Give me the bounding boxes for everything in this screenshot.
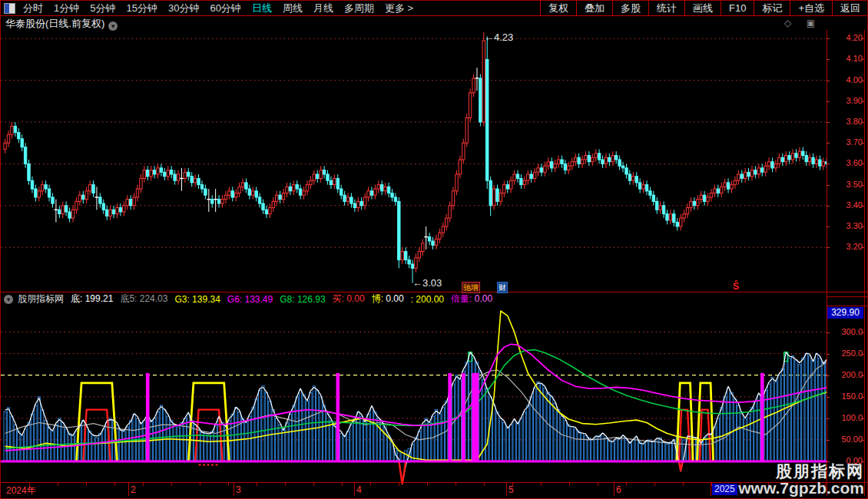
svg-text:←3.03: ←3.03 [412, 277, 442, 289]
indicator-axis-label: 150.0 [830, 392, 863, 401]
indicator-header: ▾ 股朋指标网 底: 199.21底5: 224.03G3: 139.34G6:… [1, 292, 827, 306]
indicator-value-G3: G3: 139.34 [174, 294, 220, 305]
indicator-last-value-badge: 329.90 [827, 307, 863, 319]
tool-item-复权[interactable]: 复权 [540, 1, 576, 15]
axis-border-left [827, 30, 827, 496]
tool-item-F10[interactable]: F10 [721, 1, 754, 15]
indicator-axis-label: 300.0 [830, 327, 863, 336]
indicator-value-G8: G8: 126.93 [280, 294, 325, 305]
price-axis-label: 3.20 [830, 242, 863, 251]
price-axis-label: 3.80 [830, 117, 863, 126]
price-axis-label: 4.20 [830, 33, 863, 42]
chart-title-text: 华泰股份(日线.前复权) [5, 18, 104, 29]
price-axis-label: 3.60 [830, 158, 863, 167]
watermark-site-name: 股朋指标网 [738, 463, 864, 480]
menu-item-1分钟[interactable]: 1分钟 [48, 2, 84, 15]
price-axis-label: 3.50 [830, 180, 863, 189]
svg-text:←4.23: ←4.23 [484, 31, 513, 43]
menu-item-周线[interactable]: 周线 [277, 2, 308, 15]
tools-menu: 复权叠加多股统计画线F10标记+自选返回 [540, 1, 868, 15]
indicator-value-倍量: 倍量: 0.00 [451, 292, 492, 306]
tool-item-统计[interactable]: 统计 [648, 1, 684, 15]
indicator-value-: : 200.00 [411, 294, 444, 305]
indicator-value-底5: 底5: 224.03 [120, 292, 167, 306]
tool-item-+自选[interactable]: +自选 [790, 1, 832, 15]
price-axis-label: 3.30 [830, 221, 863, 230]
price-axis-label: 3.40 [830, 200, 863, 210]
timeline-label-2: 2 [131, 484, 136, 495]
indicator-axis-label: 250.0 [830, 349, 863, 358]
title-corner-icons[interactable]: ◇ ▣ [784, 18, 821, 28]
indicator-value-G6: G6: 133.49 [227, 294, 273, 305]
timeline-label-5: 5 [509, 484, 514, 495]
price-axis-label: 4.10 [830, 54, 863, 63]
period-menu: 分时1分钟5分钟15分钟30分钟60分钟日线周线月线多周期更多 > [18, 1, 419, 15]
tool-item-多股[interactable]: 多股 [612, 1, 648, 15]
title-row: 华泰股份(日线.前复权)▾ ◇ ▣ [1, 15, 868, 30]
price-chart[interactable]: ←4.23←3.03 [1, 30, 827, 292]
tool-item-标记[interactable]: 标记 [754, 1, 790, 15]
price-axis-label: 3.90 [830, 96, 863, 105]
tool-item-叠加[interactable]: 叠加 [576, 1, 612, 15]
chart-title[interactable]: 华泰股份(日线.前复权)▾ [5, 17, 118, 31]
indicator-axis-label: 200.0 [830, 370, 863, 379]
menu-item-15分钟[interactable]: 15分钟 [121, 2, 162, 15]
indicator-source-label: 股朋指标网 [18, 292, 64, 306]
price-axis-label: 4.00 [830, 75, 863, 84]
timeline-label-6: 6 [616, 484, 621, 495]
event-marker-report[interactable]: 财 [497, 282, 508, 293]
tool-item-画线[interactable]: 画线 [684, 1, 721, 15]
top-menu-bar: 分时1分钟5分钟15分钟30分钟60分钟日线周线月线多周期更多 > 复权叠加多股… [1, 1, 868, 16]
event-marker-sell-signal[interactable]: Ŝ [732, 282, 740, 292]
window-panel-icon[interactable] [4, 3, 15, 14]
tool-item-返回[interactable]: 返回 [832, 1, 868, 15]
menu-item-5分钟[interactable]: 5分钟 [84, 2, 121, 15]
menu-item-多周期[interactable]: 多周期 [339, 2, 379, 15]
indicator-axis-label: 50.00 [830, 435, 863, 444]
indicator-chart[interactable] [1, 306, 827, 487]
menu-item-更多 >[interactable]: 更多 > [379, 2, 419, 15]
indicator-value-博: 博: 0.00 [372, 292, 404, 306]
event-marker-dividend[interactable]: 驰增 [462, 282, 480, 293]
indicator-collapse-icon[interactable]: ▾ [4, 295, 13, 304]
menu-item-60分钟[interactable]: 60分钟 [204, 2, 246, 15]
trading-terminal-window: 分时1分钟5分钟15分钟30分钟60分钟日线周线月线多周期更多 > 复权叠加多股… [0, 0, 868, 499]
watermark: 股朋指标网 www.7gpzb.com [738, 463, 864, 497]
menu-item-月线[interactable]: 月线 [308, 2, 339, 15]
indicator-value-底: 底: 199.21 [71, 292, 113, 306]
watermark-url: www.7gpzb.com [738, 480, 864, 497]
axis-border-right [864, 30, 865, 496]
menu-item-分时[interactable]: 分时 [18, 2, 48, 15]
indicator-axis-label: 100.0 [830, 413, 863, 422]
menu-item-日线[interactable]: 日线 [247, 2, 277, 15]
menu-item-30分钟[interactable]: 30分钟 [163, 2, 204, 15]
price-axis-label: 3.70 [830, 137, 863, 147]
timeline-label-3: 3 [236, 484, 241, 495]
indicator-value-买: 买: 0.00 [333, 292, 365, 306]
timeline-label-4: 4 [356, 484, 362, 495]
timeline-year-badge: 2025 [712, 484, 737, 495]
